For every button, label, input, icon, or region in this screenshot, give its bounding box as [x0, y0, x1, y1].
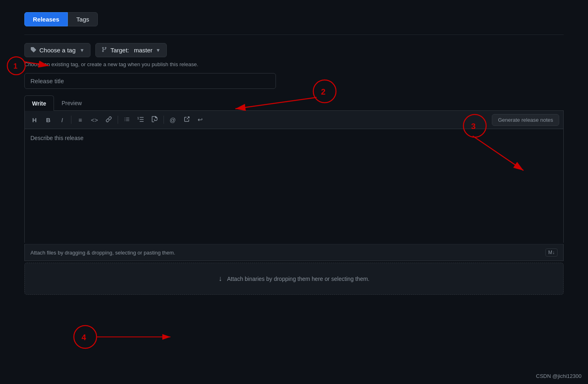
code-button[interactable]: <>: [88, 114, 101, 125]
link-button[interactable]: [103, 114, 114, 125]
ul-button[interactable]: [121, 114, 133, 125]
attach-files-bar: Attach files by dragging & dropping, sel…: [24, 244, 564, 261]
markdown-icon: M↓: [545, 248, 558, 257]
chevron-down-icon: ▼: [80, 47, 84, 53]
target-value: master: [134, 47, 153, 54]
svg-text:4: 4: [82, 333, 86, 342]
quote-icon: ≡: [79, 116, 82, 123]
attach-binaries-section[interactable]: ↓ Attach binaries by dropping them here …: [24, 263, 564, 295]
svg-point-6: [74, 326, 97, 348]
tab-tags[interactable]: Tags: [68, 12, 98, 26]
tab-write[interactable]: Write: [24, 95, 54, 111]
heading-button[interactable]: H: [29, 114, 40, 125]
attach-binaries-text: Attach binaries by dropping them here or…: [227, 276, 370, 282]
italic-button[interactable]: I: [56, 114, 68, 125]
reference-icon: [183, 116, 190, 124]
divider: [24, 35, 564, 35]
tasklist-button[interactable]: [149, 114, 160, 125]
target-chevron-icon: ▼: [156, 47, 161, 53]
undo-icon: ↩: [198, 116, 203, 123]
description-textarea[interactable]: [24, 129, 564, 243]
undo-button[interactable]: ↩: [195, 114, 206, 125]
tab-bar: Releases Tags: [24, 12, 564, 26]
tab-preview[interactable]: Preview: [54, 95, 90, 110]
watermark: CSDN @jichi12300: [536, 373, 582, 379]
toolbar: H B I ≡ <>: [24, 111, 564, 129]
bold-icon: B: [46, 116, 51, 123]
choose-tag-label: Choose a tag: [39, 47, 75, 54]
tag-icon: [30, 47, 36, 54]
mention-icon: @: [170, 116, 176, 123]
target-button[interactable]: Target: master ▼: [95, 43, 167, 57]
toolbar-sep-2: [118, 116, 118, 124]
choose-tag-button[interactable]: Choose a tag ▼: [24, 43, 90, 57]
code-icon: <>: [91, 116, 98, 123]
hint-text: Choose an existing tag, or create a new …: [24, 61, 564, 67]
tab-releases[interactable]: Releases: [24, 12, 68, 26]
controls-row: Choose a tag ▼ Target: master ▼: [24, 43, 564, 57]
download-icon: ↓: [219, 274, 222, 283]
mention-button[interactable]: @: [167, 114, 179, 125]
tasklist-icon: [151, 116, 158, 124]
ol-icon: [138, 116, 144, 124]
markdown-label: M↓: [548, 250, 555, 255]
ol-button[interactable]: [135, 114, 146, 125]
editor-tabs: Write Preview: [24, 95, 564, 111]
bold-button[interactable]: B: [43, 114, 54, 125]
toolbar-sep-3: [164, 116, 164, 124]
target-label: Target:: [110, 47, 129, 54]
italic-icon: I: [61, 116, 63, 123]
editor-section: Write Preview H B I ≡ <>: [24, 95, 564, 261]
attach-files-text: Attach files by dragging & dropping, sel…: [30, 250, 175, 256]
link-icon: [106, 116, 112, 124]
generate-release-notes-button[interactable]: Generate release notes: [492, 114, 559, 126]
branch-icon: [101, 47, 107, 54]
reference-button[interactable]: [181, 114, 192, 125]
quote-button[interactable]: ≡: [75, 114, 86, 125]
release-title-input[interactable]: [24, 73, 276, 89]
toolbar-sep-1: [71, 116, 71, 124]
heading-icon: H: [32, 116, 37, 123]
ul-icon: [124, 116, 130, 124]
